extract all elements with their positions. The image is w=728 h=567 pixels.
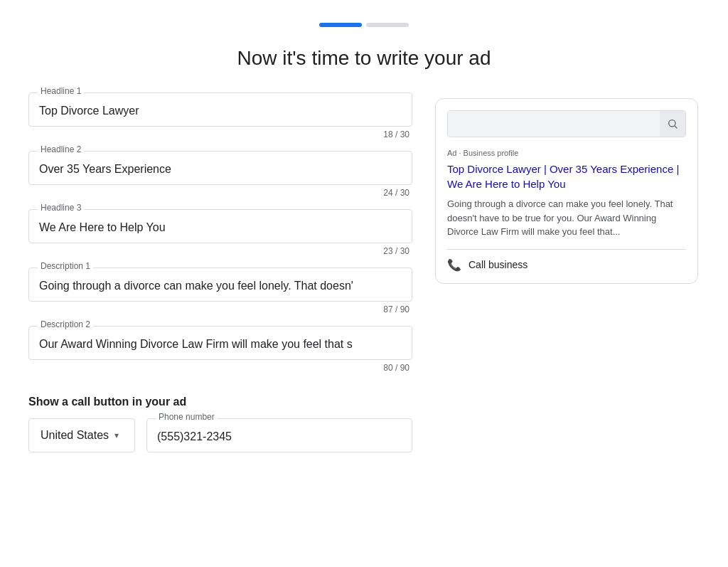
description2-wrapper: Description 2 — [28, 326, 412, 360]
svg-line-1 — [675, 126, 677, 128]
ad-headline: Top Divorce Lawyer | Over 35 Years Exper… — [447, 161, 686, 191]
preview-card: Ad · Business profile Top Divorce Lawyer… — [435, 98, 698, 284]
headline3-wrapper: Headline 3 — [28, 209, 412, 243]
chevron-down-icon: ▾ — [114, 430, 119, 440]
progress-bar — [319, 23, 409, 27]
headline3-group: Headline 3 23 / 30 — [28, 209, 412, 265]
ad-description: Going through a divorce can make you fee… — [447, 197, 686, 239]
svg-point-0 — [669, 120, 675, 127]
preview-search-bar — [447, 110, 686, 137]
headline2-input[interactable] — [29, 152, 412, 184]
headline2-char-count: 24 / 30 — [28, 185, 412, 206]
phone-icon: 📞 — [447, 258, 461, 272]
description1-group: Description 1 87 / 90 — [28, 267, 412, 323]
description1-input[interactable] — [29, 268, 412, 301]
country-select[interactable]: United States ▾ — [28, 418, 135, 452]
phone-input[interactable] — [147, 419, 412, 452]
ad-call-row: 📞 Call business — [447, 249, 686, 272]
form-column: Headline 1 18 / 30 Headline 2 24 / 30 He… — [28, 92, 412, 452]
description1-char-count: 87 / 90 — [28, 302, 412, 323]
preview-column: Ad · Business profile Top Divorce Lawyer… — [435, 98, 698, 284]
country-label: United States — [41, 429, 109, 442]
phone-number-wrapper: Phone number — [146, 418, 412, 452]
call-inputs-row: United States ▾ Phone number — [28, 418, 412, 452]
phone-label: Phone number — [156, 412, 218, 422]
headline3-input[interactable] — [29, 210, 412, 243]
progress-segment-2 — [366, 23, 409, 27]
description1-wrapper: Description 1 — [28, 267, 412, 302]
headline1-group: Headline 1 18 / 30 — [28, 92, 412, 148]
description2-input[interactable] — [29, 327, 412, 359]
headline1-char-count: 18 / 30 — [28, 127, 412, 148]
ad-call-label: Call business — [469, 259, 528, 270]
headline2-group: Headline 2 24 / 30 — [28, 151, 412, 206]
headline2-wrapper: Headline 2 — [28, 151, 412, 185]
ad-tag: Ad · Business profile — [447, 149, 686, 157]
headline3-char-count: 23 / 30 — [28, 243, 412, 265]
search-icon — [667, 118, 678, 129]
description2-group: Description 2 80 / 90 — [28, 326, 412, 381]
description2-char-count: 80 / 90 — [28, 360, 412, 381]
progress-segment-1 — [319, 23, 362, 27]
headline1-wrapper: Headline 1 — [28, 92, 412, 127]
preview-search-button[interactable] — [660, 111, 685, 137]
main-content: Headline 1 18 / 30 Headline 2 24 / 30 He… — [28, 92, 700, 452]
call-button-section: Show a call button in your ad United Sta… — [28, 396, 412, 452]
page-title: Now it's time to write your ad — [237, 47, 491, 70]
preview-search-input — [448, 111, 660, 137]
headline1-input[interactable] — [29, 93, 412, 126]
call-button-title: Show a call button in your ad — [28, 396, 412, 408]
